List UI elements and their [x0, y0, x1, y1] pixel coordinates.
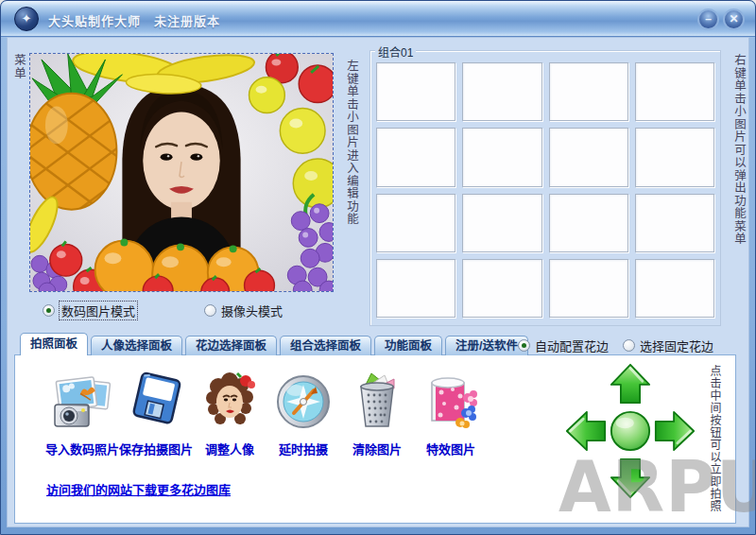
- thumbnail-cell[interactable]: [549, 259, 628, 318]
- tool-buttons-row: 导入数码照片 保存拍摄图片: [45, 371, 488, 457]
- digital-photo-mode-label[interactable]: 数码图片模式: [60, 302, 137, 319]
- photo-fruit-frame-image: [30, 54, 333, 291]
- thumbnail-cell[interactable]: [462, 259, 541, 318]
- thumbnail-cell[interactable]: [376, 128, 455, 186]
- effects-images-button[interactable]: 特效图片: [414, 371, 488, 457]
- thumbnail-cell[interactable]: [635, 62, 714, 121]
- fixed-border-label[interactable]: 选择固定花边: [640, 337, 713, 354]
- thumbnail-cell[interactable]: [462, 62, 541, 121]
- tool-label: 调整人像: [205, 440, 254, 457]
- arrow-up-button[interactable]: [610, 363, 651, 405]
- app-icon[interactable]: ✦: [14, 7, 39, 31]
- thumbnail-cell[interactable]: [376, 259, 455, 318]
- tool-label: 特效图片: [426, 440, 475, 457]
- arrow-left-button[interactable]: [565, 410, 607, 452]
- portrait-icon: [199, 371, 260, 432]
- close-button[interactable]: ✕: [723, 9, 745, 30]
- arrow-pad: [565, 363, 696, 499]
- window-subtitle: 未注册版本: [154, 11, 220, 29]
- app-window: ✦ 大头贴制作大师 未注册版本 – ✕ 左键可以移动和缩放人物照片,右键弹出菜单…: [0, 0, 756, 535]
- photo-preview[interactable]: [29, 53, 334, 292]
- thumbnail-cell[interactable]: [635, 128, 714, 186]
- website-download-link[interactable]: 访问我们的网站下载更多花边图库: [46, 480, 231, 498]
- camera-mode-label[interactable]: 摄像头模式: [221, 302, 283, 319]
- tab-photo-panel[interactable]: 拍照面板: [20, 333, 88, 355]
- thumbnail-cell[interactable]: [549, 128, 628, 186]
- arrow-down-button[interactable]: [610, 457, 651, 499]
- timer-capture-button[interactable]: 延时拍摄: [266, 371, 340, 457]
- clear-images-button[interactable]: 清除图片: [340, 371, 414, 457]
- thumbnail-cell[interactable]: [635, 194, 714, 252]
- thumbnail-cell[interactable]: [376, 194, 455, 252]
- tab-border-select-panel[interactable]: 花边选择面板: [185, 336, 277, 355]
- timer-compass-icon: [273, 371, 334, 432]
- trash-icon: [347, 371, 407, 432]
- window-title: 大头贴制作大师: [48, 11, 141, 29]
- digital-photo-mode-radio[interactable]: [43, 304, 55, 317]
- capture-hint-text: 点击中间按钮可以立即拍照: [706, 365, 723, 512]
- floppy-disk-icon: [126, 371, 186, 432]
- tool-label: 导入数码照片: [45, 440, 119, 457]
- combination-groupbox-title: 组合01: [375, 43, 416, 60]
- tool-label: 清除图片: [352, 440, 402, 457]
- tool-label: 保存拍摄图片: [119, 440, 193, 457]
- camera-photo-icon: [52, 371, 112, 432]
- tab-function-panel[interactable]: 功能面板: [374, 336, 442, 355]
- arrow-right-button[interactable]: [654, 410, 696, 452]
- capture-center-button[interactable]: [609, 409, 652, 453]
- thumbnail-cell[interactable]: [635, 259, 714, 318]
- mode-radio-row: 数码图片模式: [43, 302, 137, 319]
- middle-instruction-text: 左键单击小图片进入编辑功能: [342, 60, 361, 249]
- border-radio-row: 选择固定花边: [623, 337, 713, 354]
- camera-mode-radio[interactable]: [204, 304, 216, 317]
- border-radio-row: 自动配置花边: [518, 337, 609, 354]
- fixed-border-radio[interactable]: [623, 339, 635, 352]
- adjust-portrait-button[interactable]: 调整人像: [193, 371, 266, 457]
- mode-radio-row: 摄像头模式: [204, 302, 283, 319]
- tab-bar: 拍照面板 人像选择面板 花边选择面板 组合选择面板 功能面板 注册/送软件: [20, 333, 528, 355]
- thumbnail-cell[interactable]: [549, 194, 628, 252]
- thumbnail-grid: [376, 62, 714, 318]
- auto-border-label[interactable]: 自动配置花边: [535, 337, 609, 354]
- import-photos-button[interactable]: 导入数码照片: [45, 371, 119, 457]
- tab-portrait-select-panel[interactable]: 人像选择面板: [91, 336, 182, 355]
- thumbnail-cell[interactable]: [462, 128, 541, 186]
- right-instruction-text: 右键单击小图片可以弹出功能菜单: [730, 54, 748, 271]
- auto-border-radio[interactable]: [518, 339, 530, 352]
- title-bar: ✦ 大头贴制作大师 未注册版本 – ✕: [1, 1, 755, 37]
- tab-combination-select-panel[interactable]: 组合选择面板: [280, 336, 371, 355]
- tool-label: 延时拍摄: [279, 440, 328, 457]
- tab-register-panel[interactable]: 注册/送软件: [445, 336, 528, 355]
- thumbnail-cell[interactable]: [462, 194, 541, 252]
- thumbnail-cell[interactable]: [549, 62, 628, 121]
- combination-groupbox: 组合01: [369, 50, 721, 326]
- save-image-button[interactable]: 保存拍摄图片: [119, 371, 193, 457]
- effects-bucket-icon: [421, 371, 481, 432]
- minimize-button[interactable]: –: [697, 9, 719, 30]
- thumbnail-cell[interactable]: [376, 62, 455, 121]
